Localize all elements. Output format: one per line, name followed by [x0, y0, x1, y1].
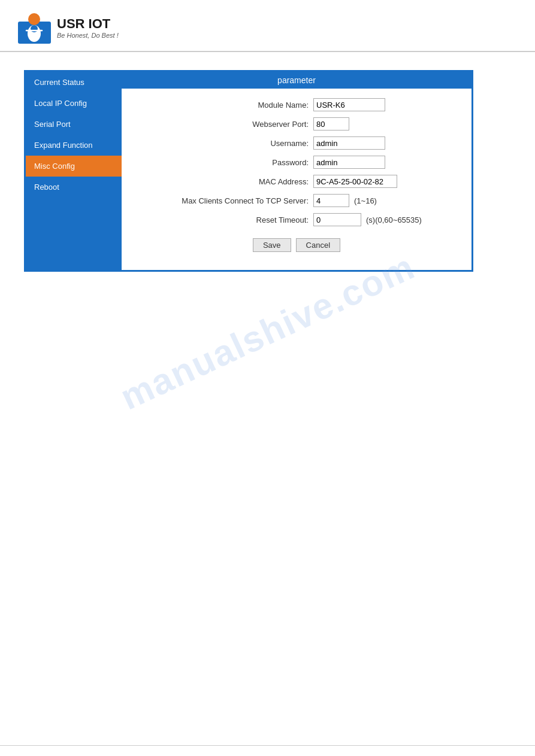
save-button[interactable]: Save [253, 238, 291, 252]
brand-name: USR IOT [57, 16, 119, 32]
param-header: parameter [122, 72, 471, 89]
panel-body: Current Status Local IP Config Serial Po… [26, 72, 471, 270]
cancel-button[interactable]: Cancel [296, 238, 340, 252]
label-mac-address: MAC Address: [134, 177, 313, 186]
button-row: Save Cancel [134, 232, 460, 260]
input-max-clients[interactable] [313, 194, 349, 207]
hint-reset-timeout: (s)(0,60~65535) [366, 215, 422, 224]
content-area: parameter Module Name: Webserver Port: [122, 72, 471, 270]
input-reset-timeout[interactable] [313, 213, 361, 226]
label-max-clients: Max Clients Connect To TCP Server: [134, 196, 313, 205]
label-password: Password: [134, 158, 313, 167]
label-webserver-port: Webserver Port: [134, 120, 313, 129]
input-webserver-port[interactable] [313, 117, 349, 130]
svg-text:®: ® [40, 11, 43, 16]
form-row-username: Username: [134, 136, 460, 150]
form-row-max-clients: Max Clients Connect To TCP Server: (1~16… [134, 194, 460, 207]
sidebar: Current Status Local IP Config Serial Po… [26, 72, 122, 270]
main-content: Current Status Local IP Config Serial Po… [0, 52, 535, 290]
svg-point-1 [28, 13, 40, 25]
sidebar-item-serial-port[interactable]: Serial Port [26, 114, 122, 135]
config-panel: Current Status Local IP Config Serial Po… [24, 70, 473, 272]
form-row-password: Password: [134, 156, 460, 169]
sidebar-item-expand-function[interactable]: Expand Function [26, 135, 122, 156]
input-password[interactable] [313, 156, 385, 169]
form-row-reset-timeout: Reset Timeout: (s)(0,60~65535) [134, 213, 460, 226]
label-username: Username: [134, 139, 313, 148]
sidebar-spacer [26, 198, 122, 269]
form-area: Module Name: Webserver Port: Username: [122, 89, 471, 270]
form-row-mac-address: MAC Address: [134, 175, 460, 188]
form-row-webserver-port: Webserver Port: [134, 117, 460, 130]
sidebar-item-current-status[interactable]: Current Status [26, 72, 122, 93]
input-username[interactable] [313, 136, 385, 150]
logo: ® USR IOT Be Honest, Do Best ! [18, 11, 119, 44]
label-reset-timeout: Reset Timeout: [134, 215, 313, 224]
sidebar-item-misc-config[interactable]: Misc Config [26, 156, 122, 177]
page-header: ® USR IOT Be Honest, Do Best ! [0, 0, 535, 52]
brand-tagline: Be Honest, Do Best ! [57, 32, 119, 39]
input-module-name[interactable] [313, 98, 385, 111]
sidebar-item-local-ip-config[interactable]: Local IP Config [26, 93, 122, 114]
label-module-name: Module Name: [134, 101, 313, 110]
logo-text: USR IOT Be Honest, Do Best ! [57, 16, 119, 39]
logo-icon: ® [18, 11, 51, 44]
form-row-module-name: Module Name: [134, 98, 460, 111]
input-mac-address[interactable] [313, 175, 397, 188]
hint-max-clients: (1~16) [354, 196, 377, 205]
footer [0, 745, 535, 756]
sidebar-item-reboot[interactable]: Reboot [26, 177, 122, 198]
